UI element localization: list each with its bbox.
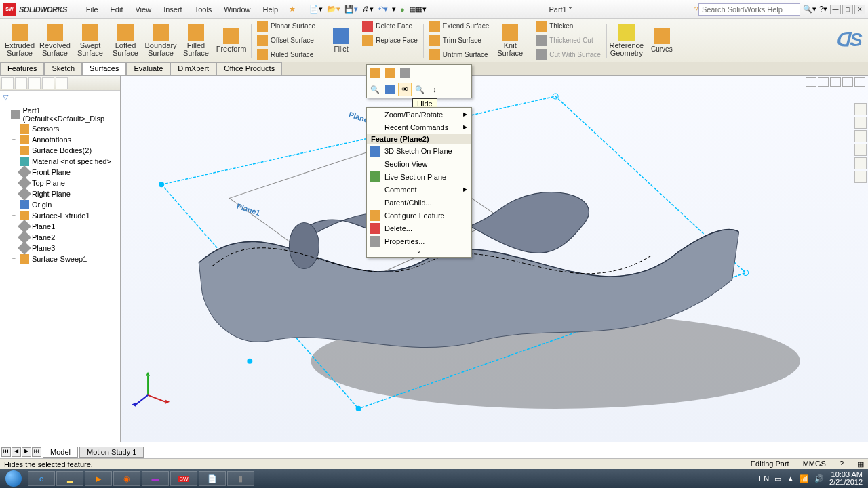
extruded-surface-button[interactable]: ExtrudedSurface — [3, 21, 37, 60]
menu-edit[interactable]: Edit — [105, 3, 129, 16]
taskpane-view-icon[interactable] — [854, 144, 867, 156]
taskbar-solidworks-icon[interactable]: SW — [170, 471, 197, 486]
taskpane-library-icon[interactable] — [854, 117, 867, 129]
swept-surface-button[interactable]: SweptSurface — [73, 21, 107, 60]
save-icon[interactable]: 💾▾ — [344, 5, 358, 14]
status-units[interactable]: MMGS — [803, 460, 826, 468]
close-button[interactable]: ✕ — [854, 5, 865, 14]
tab-sketch[interactable]: Sketch — [44, 62, 82, 75]
ctx-suppress-icon[interactable] — [398, 66, 412, 80]
tab-nav-last-icon[interactable]: ⏭ — [32, 447, 41, 457]
delete-face-button[interactable]: Delete Face — [359, 20, 420, 33]
tree-front-plane[interactable]: Front Plane — [0, 167, 120, 178]
ctx-properties[interactable]: Properties... — [367, 235, 471, 247]
tray-flag-icon[interactable]: ▭ — [774, 474, 781, 483]
ctx-live-section[interactable]: Live Section Plane — [367, 170, 471, 183]
ctx-configure-feature[interactable]: Configure Feature — [367, 209, 471, 222]
revolved-surface-button[interactable]: RevolvedSurface — [38, 21, 72, 60]
ctx-edit-sketch-icon[interactable] — [383, 66, 397, 80]
planar-surface-button[interactable]: Planar Surface — [254, 20, 318, 33]
menu-help[interactable]: Help — [257, 3, 283, 16]
viewport-max-icon[interactable] — [842, 77, 853, 87]
tab-nav-first-icon[interactable]: ⏮ — [1, 447, 11, 457]
thicken-button[interactable]: Thicken — [533, 20, 604, 33]
tray-lang[interactable]: EN — [759, 474, 769, 483]
new-icon[interactable]: 📄▾ — [309, 5, 323, 14]
ctx-comment[interactable]: Comment▶ — [367, 183, 471, 196]
options2-icon[interactable]: ▦▾ — [416, 5, 427, 14]
menu-file[interactable]: File — [81, 3, 104, 16]
tree-tab-feature-icon[interactable] — [1, 77, 14, 89]
rebuild-icon[interactable]: ● — [400, 5, 405, 14]
offset-surface-button[interactable]: Offset Surface — [254, 34, 318, 47]
tab-model[interactable]: Model — [43, 447, 78, 458]
ctx-normal-to-icon[interactable] — [383, 83, 397, 96]
taskbar-firefox-icon[interactable]: ◉ — [113, 471, 140, 486]
ruled-surface-button[interactable]: Ruled Surface — [254, 48, 318, 61]
status-options-icon[interactable]: ▦ — [857, 460, 864, 468]
ctx-expand-icon[interactable]: ⌄ — [367, 247, 471, 257]
taskpane-properties-icon[interactable] — [854, 171, 867, 183]
taskbar-app1-icon[interactable]: ▬ — [142, 471, 169, 486]
menu-window[interactable]: Window — [218, 3, 256, 16]
tray-up-icon[interactable]: ▲ — [787, 474, 794, 483]
ctx-parent-child[interactable]: Parent/Child... — [367, 196, 471, 209]
taskbar-notes-icon[interactable]: 📄 — [199, 471, 226, 486]
tab-nav-prev-icon[interactable]: ◀ — [12, 447, 21, 457]
trim-surface-button[interactable]: Trim Surface — [427, 34, 492, 47]
extend-surface-button[interactable]: Extend Surface — [427, 20, 492, 33]
tree-sensors[interactable]: Sensors — [0, 123, 120, 134]
search-input[interactable] — [698, 3, 800, 16]
replace-face-button[interactable]: Replace Face — [359, 34, 420, 47]
untrim-surface-button[interactable]: Untrim Surface — [427, 48, 492, 61]
tray-volume-icon[interactable]: 🔊 — [814, 474, 824, 483]
options-icon[interactable]: ▦ — [409, 5, 416, 14]
menu-tools[interactable]: Tools — [189, 3, 218, 16]
taskpane-appearance-icon[interactable] — [854, 157, 867, 169]
tab-office-products[interactable]: Office Products — [216, 62, 282, 75]
tab-nav-next-icon[interactable]: ▶ — [22, 447, 31, 457]
start-button[interactable] — [0, 469, 27, 488]
tree-surface-bodies[interactable]: +Surface Bodies(2) — [0, 145, 120, 156]
ctx-zoom-icon[interactable]: 🔍 — [368, 83, 382, 96]
ctx-hide-icon[interactable]: 👁 — [398, 83, 412, 96]
help-icon[interactable]: ★ — [289, 5, 296, 14]
freeform-button[interactable]: Freeform — [214, 21, 248, 60]
ctx-delete[interactable]: Delete... — [367, 222, 471, 235]
tree-origin[interactable]: Origin — [0, 199, 120, 210]
tree-top-plane[interactable]: Top Plane — [0, 178, 120, 188]
tab-motion-study[interactable]: Motion Study 1 — [79, 447, 144, 458]
ctx-3d-sketch[interactable]: 3D Sketch On Plane — [367, 144, 471, 157]
ctx-rollback-icon[interactable]: ↕ — [428, 83, 441, 96]
tree-plane3[interactable]: Plane3 — [0, 243, 120, 253]
taskbar-media-icon[interactable]: ▶ — [85, 471, 112, 486]
tray-network-icon[interactable]: 📶 — [800, 474, 809, 483]
tree-surface-extrude1[interactable]: +Surface-Extrude1 — [0, 210, 120, 221]
viewport-single-icon[interactable] — [806, 77, 816, 87]
taskbar-explorer-icon[interactable]: ▂ — [56, 471, 83, 486]
tray-clock[interactable]: 10:03 AM2/21/2012 — [829, 471, 863, 486]
graphics-viewport[interactable]: ▾ ▾ ▾ ●▾ ▾ ▾ Plane2 Plane1 — [121, 76, 868, 442]
tab-surfaces[interactable]: Surfaces — [82, 62, 126, 75]
tree-surface-sweep1[interactable]: +Surface-Sweep1 — [0, 253, 120, 264]
boundary-surface-button[interactable]: BoundarySurface — [144, 21, 178, 60]
select-icon[interactable]: ▾ — [392, 5, 396, 14]
taskpane-resources-icon[interactable] — [854, 103, 867, 115]
taskpane-explorer-icon[interactable] — [854, 130, 867, 142]
ctx-section-view[interactable]: Section View — [367, 157, 471, 170]
taskbar-app2-icon[interactable]: ▮ — [227, 471, 254, 486]
fillet-button[interactable]: Fillet — [324, 21, 358, 60]
tab-dimxpert[interactable]: DimXpert — [170, 62, 216, 75]
ctx-appearance-icon[interactable]: 🔍 — [413, 83, 427, 96]
taskbar-ie-icon[interactable]: e — [28, 471, 55, 486]
tree-root[interactable]: Part1 (Default<<Default>_Disp — [0, 106, 120, 123]
knit-surface-button[interactable]: KnitSurface — [493, 21, 527, 60]
menu-view[interactable]: View — [130, 3, 157, 16]
ctx-zoom-pan-rotate[interactable]: Zoom/Pan/Rotate▶ — [367, 108, 471, 121]
tab-features[interactable]: Features — [0, 62, 44, 75]
viewport-link-icon[interactable] — [818, 77, 829, 87]
thickened-cut-button[interactable]: Thickened Cut — [533, 34, 604, 47]
ctx-edit-feature-icon[interactable] — [368, 66, 382, 80]
maximize-button[interactable]: □ — [842, 5, 853, 14]
cut-with-surface-button[interactable]: Cut With Surface — [533, 48, 604, 61]
